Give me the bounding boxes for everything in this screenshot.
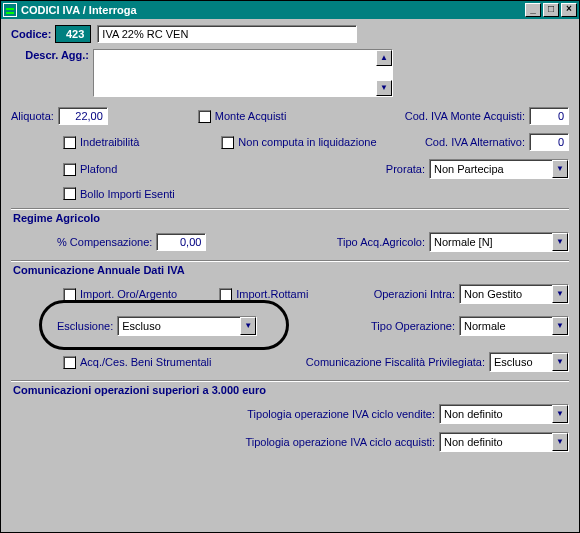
chevron-down-icon: ▼ — [552, 285, 568, 303]
import-oro-checkbox[interactable]: Import. Oro/Argento — [63, 288, 177, 301]
acq-ces-label: Acq./Ces. Beni Strumentali — [80, 356, 211, 368]
tipo-operazione-select[interactable]: Normale ▼ — [459, 316, 569, 336]
bollo-checkbox[interactable]: Bollo Importi Esenti — [63, 187, 175, 200]
divider — [11, 380, 569, 382]
checkbox-icon — [219, 288, 232, 301]
tipologia-vendite-label: Tipologia operazione IVA ciclo vendite: — [247, 408, 435, 420]
app-icon — [3, 3, 17, 17]
esclusione-value: Escluso — [118, 320, 240, 332]
descr-agg-wrap: ▲ ▼ — [93, 49, 393, 97]
cod-iva-monte-input[interactable] — [529, 107, 569, 125]
operazioni-intra-value: Non Gestito — [460, 288, 552, 300]
cod-iva-monte-label: Cod. IVA Monte Acquisti: — [405, 110, 525, 122]
tipologia-acquisti-row: Tipologia operazione IVA ciclo acquisti:… — [11, 432, 569, 452]
non-computa-label: Non computa in liquidazione — [238, 136, 376, 148]
prorata-value: Non Partecipa — [430, 163, 552, 175]
plafond-row: Plafond Prorata: Non Partecipa ▼ — [11, 159, 569, 179]
plafond-label: Plafond — [80, 163, 117, 175]
plafond-checkbox[interactable]: Plafond — [63, 163, 117, 176]
maximize-button[interactable]: □ — [543, 3, 559, 17]
close-button[interactable]: × — [561, 3, 577, 17]
scroll-down-icon[interactable]: ▼ — [376, 80, 392, 96]
chevron-down-icon: ▼ — [552, 405, 568, 423]
codice-desc-input[interactable] — [97, 25, 357, 43]
acq-ces-checkbox[interactable]: Acq./Ces. Beni Strumentali — [63, 356, 211, 369]
checkbox-icon — [221, 136, 234, 149]
tipologia-acquisti-select[interactable]: Non definito ▼ — [439, 432, 569, 452]
tipo-acq-agricolo-select[interactable]: Normale [N] ▼ — [429, 232, 569, 252]
tipologia-acquisti-value: Non definito — [440, 436, 552, 448]
aliquota-row: Aliquota: Monte Acquisti Cod. IVA Monte … — [11, 107, 569, 125]
operazioni-intra-select[interactable]: Non Gestito ▼ — [459, 284, 569, 304]
compensazione-row: % Compensazione: Tipo Acq.Agricolo: Norm… — [11, 232, 569, 252]
esclusione-label: Esclusione: — [57, 320, 113, 332]
divider — [11, 208, 569, 210]
checkbox-icon — [198, 110, 211, 123]
scroll-up-icon[interactable]: ▲ — [376, 50, 392, 66]
cod-iva-alt-label: Cod. IVA Alternativo: — [425, 136, 525, 148]
aliquota-input[interactable] — [58, 107, 108, 125]
aliquota-label: Aliquota: — [11, 110, 54, 122]
codice-row: Codice: 423 — [11, 25, 569, 43]
indetraibilita-label: Indetraibilità — [80, 136, 139, 148]
tipo-operazione-label: Tipo Operazione: — [371, 320, 455, 332]
com-fisc-priv-label: Comunicazione Fiscalità Privilegiata: — [306, 356, 485, 368]
chevron-down-icon: ▼ — [552, 317, 568, 335]
operazioni-intra-label: Operazioni Intra: — [374, 288, 455, 300]
prorata-select[interactable]: Non Partecipa ▼ — [429, 159, 569, 179]
bollo-row: Bollo Importi Esenti — [11, 187, 569, 200]
client-area: Codice: 423 Descr. Agg.: ▲ ▼ Aliquota: M… — [1, 19, 579, 532]
tipologia-vendite-row: Tipologia operazione IVA ciclo vendite: … — [11, 404, 569, 424]
window-title: CODICI IVA / Interroga — [21, 4, 523, 16]
tipo-operazione-value: Normale — [460, 320, 552, 332]
descr-agg-row: Descr. Agg.: ▲ ▼ — [11, 49, 569, 97]
tipologia-vendite-select[interactable]: Non definito ▼ — [439, 404, 569, 424]
descr-agg-label: Descr. Agg.: — [11, 49, 89, 61]
chevron-down-icon: ▼ — [552, 160, 568, 178]
minimize-button[interactable]: _ — [525, 3, 541, 17]
chevron-down-icon: ▼ — [552, 233, 568, 251]
descr-agg-textarea[interactable] — [94, 50, 376, 96]
prorata-label: Prorata: — [386, 163, 425, 175]
window-frame: CODICI IVA / Interroga _ □ × Codice: 423… — [0, 0, 580, 533]
compensazione-label: % Compensazione: — [57, 236, 152, 248]
compensazione-input[interactable] — [156, 233, 206, 251]
indetraibilita-row: Indetraibilità Non computa in liquidazio… — [11, 133, 569, 151]
checkbox-icon — [63, 187, 76, 200]
indetraibilita-checkbox[interactable]: Indetraibilità — [63, 136, 139, 149]
tipo-acq-agricolo-value: Normale [N] — [430, 236, 552, 248]
comunicazione-annuale-title: Comunicazione Annuale Dati IVA — [13, 264, 569, 276]
tipologia-acquisti-label: Tipologia operazione IVA ciclo acquisti: — [245, 436, 435, 448]
com-fisc-priv-select[interactable]: Escluso ▼ — [489, 352, 569, 372]
regime-agricolo-title: Regime Agricolo — [13, 212, 569, 224]
com-3000-title: Comunicazioni operazioni superiori a 3.0… — [13, 384, 569, 396]
bollo-label: Bollo Importi Esenti — [80, 188, 175, 200]
monte-acquisti-label: Monte Acquisti — [215, 110, 287, 122]
esclusione-select[interactable]: Escluso ▼ — [117, 316, 257, 336]
chevron-down-icon: ▼ — [552, 353, 568, 371]
esclusione-row: Esclusione: Escluso ▼ Tipo Operazione: N… — [11, 316, 569, 336]
checkbox-icon — [63, 288, 76, 301]
monte-acquisti-checkbox[interactable]: Monte Acquisti — [198, 110, 287, 123]
import-rottami-label: Import.Rottami — [236, 288, 308, 300]
non-computa-checkbox[interactable]: Non computa in liquidazione — [221, 136, 376, 149]
checkbox-icon — [63, 356, 76, 369]
codice-label: Codice: — [11, 28, 51, 40]
com-fisc-priv-value: Escluso — [490, 356, 552, 368]
chevron-down-icon: ▼ — [240, 317, 256, 335]
import-row: Import. Oro/Argento Import.Rottami Opera… — [11, 284, 569, 304]
acq-ces-row: Acq./Ces. Beni Strumentali Comunicazione… — [11, 352, 569, 372]
titlebar: CODICI IVA / Interroga _ □ × — [1, 1, 579, 19]
import-rottami-checkbox[interactable]: Import.Rottami — [219, 288, 308, 301]
checkbox-icon — [63, 136, 76, 149]
import-oro-label: Import. Oro/Argento — [80, 288, 177, 300]
checkbox-icon — [63, 163, 76, 176]
tipologia-vendite-value: Non definito — [440, 408, 552, 420]
codice-value-box: 423 — [55, 25, 91, 43]
cod-iva-alt-input[interactable] — [529, 133, 569, 151]
tipo-acq-agricolo-label: Tipo Acq.Agricolo: — [337, 236, 425, 248]
chevron-down-icon: ▼ — [552, 433, 568, 451]
divider — [11, 260, 569, 262]
